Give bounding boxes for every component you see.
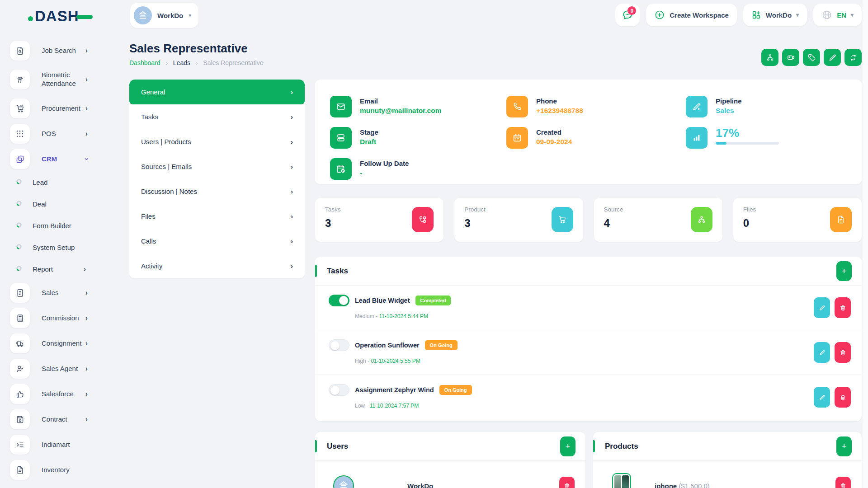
sidebar-item-indiamart[interactable]: Indiamart bbox=[0, 432, 116, 457]
add-product-button[interactable]: + bbox=[836, 436, 852, 456]
logo-dot bbox=[28, 16, 33, 21]
chevron-right-icon: › bbox=[291, 138, 293, 145]
pen-icon bbox=[686, 96, 708, 117]
chevron-right-icon: › bbox=[291, 113, 293, 121]
sidebar-item-commission[interactable]: Commission › bbox=[0, 305, 116, 331]
sidebar-subitem-lead[interactable]: Lead bbox=[0, 172, 116, 193]
task-row: Assignment Zephyr Wind On Going Low - 11… bbox=[315, 375, 862, 420]
cart-icon bbox=[10, 99, 30, 118]
language-selector[interactable]: EN ▾ bbox=[813, 4, 862, 26]
edit-task-button[interactable] bbox=[814, 342, 830, 363]
stats-row: Tasks 3 Product 3 Source 4 Files 0 bbox=[315, 198, 862, 242]
refresh-convert-button[interactable] bbox=[844, 49, 862, 66]
tab-sources-emails[interactable]: Sources | Emails› bbox=[129, 154, 305, 179]
info-phone: Phone +16239488788 bbox=[506, 96, 583, 117]
task-toggle[interactable] bbox=[329, 339, 349, 351]
bullet-icon bbox=[15, 265, 23, 274]
envelope-icon bbox=[330, 96, 352, 117]
task-row: Operation Sunflower On Going High - 01-1… bbox=[315, 330, 862, 375]
tab-calls[interactable]: Calls› bbox=[129, 229, 305, 253]
delete-task-button[interactable] bbox=[835, 387, 851, 408]
breadcrumb-dashboard[interactable]: Dashboard bbox=[129, 59, 160, 66]
tasks-section-title: Tasks bbox=[327, 267, 348, 276]
workspace-switcher[interactable]: WorkDo ▾ bbox=[743, 4, 807, 26]
products-section: Products + iphone ($1,500.0) bbox=[593, 432, 862, 488]
edit-task-button[interactable] bbox=[814, 387, 830, 408]
add-user-button[interactable]: + bbox=[560, 436, 576, 456]
sidebar-item-consignment[interactable]: Consignment › bbox=[0, 331, 116, 356]
page-title: Sales Representative bbox=[129, 42, 248, 56]
chevron-down-icon: ▾ bbox=[851, 12, 854, 18]
task-meta: Low - 11-10-2024 7:57 PM bbox=[355, 403, 419, 409]
tab-tasks[interactable]: Tasks› bbox=[129, 104, 305, 129]
users-section: Users + WorkDo bbox=[315, 432, 585, 488]
globe-icon bbox=[821, 9, 832, 20]
sidebar-item-biometric-attendance[interactable]: Biometric Attendance › bbox=[0, 63, 116, 96]
sidebar-item-sales[interactable]: Sales › bbox=[0, 280, 116, 305]
sidebar-item-procurement[interactable]: Procurement › bbox=[0, 96, 116, 121]
sidebar-item-inventory[interactable]: Inventory bbox=[0, 457, 116, 483]
chevron-right-icon: › bbox=[85, 75, 88, 84]
progress-bar bbox=[716, 142, 779, 145]
building-icon bbox=[338, 480, 349, 488]
edit-task-button[interactable] bbox=[814, 297, 830, 318]
sidebar-item-crm[interactable]: CRM › bbox=[0, 146, 116, 172]
edit-lead-button[interactable] bbox=[824, 49, 841, 66]
user-avatar bbox=[333, 475, 354, 488]
tab-discussion-notes[interactable]: Discussion | Notes› bbox=[129, 179, 305, 204]
stat-tasks: Tasks 3 bbox=[315, 198, 443, 242]
tab-files[interactable]: Files› bbox=[129, 204, 305, 229]
delete-product-button[interactable] bbox=[835, 477, 851, 488]
product-image bbox=[612, 473, 631, 488]
breadcrumb: Dashboard › Leads › Sales Representative bbox=[129, 59, 263, 66]
logo-text: DASH bbox=[35, 8, 79, 25]
sidebar-item-contract[interactable]: Contract › bbox=[0, 407, 116, 432]
app-logo[interactable]: DASH bbox=[28, 7, 93, 25]
product-price: ($1,500.0) bbox=[679, 482, 709, 488]
convert-to-deal-button[interactable] bbox=[761, 49, 778, 66]
messenger-button[interactable]: 0 bbox=[615, 4, 640, 26]
sidebar-item-pos[interactable]: POS › bbox=[0, 121, 116, 146]
stat-source: Source 4 bbox=[594, 198, 722, 242]
meeting-button[interactable] bbox=[782, 49, 799, 66]
chevron-right-icon: › bbox=[291, 212, 293, 220]
workspace-dropdown[interactable]: WorkDo ▾ bbox=[130, 3, 198, 28]
sidebar-item-job-search[interactable]: Job Search › bbox=[0, 38, 116, 63]
chevron-right-icon: › bbox=[85, 365, 88, 373]
calendar-clock-icon bbox=[330, 158, 352, 180]
delete-task-button[interactable] bbox=[835, 297, 851, 318]
info-created: Created 09-09-2024 bbox=[506, 127, 572, 149]
tab-activity[interactable]: Activity› bbox=[129, 253, 305, 278]
created-value: 09-09-2024 bbox=[536, 138, 572, 146]
sidebar-item-salesforce[interactable]: Salesforce › bbox=[0, 381, 116, 407]
sidebar-subitem-form-builder[interactable]: Form Builder bbox=[0, 215, 116, 237]
scrollbar-track[interactable] bbox=[863, 0, 868, 488]
tab-users-products[interactable]: Users | Products› bbox=[129, 129, 305, 154]
breadcrumb-leads[interactable]: Leads bbox=[173, 59, 190, 66]
task-toggle[interactable] bbox=[329, 295, 349, 306]
logo-dash bbox=[76, 15, 93, 19]
grid-plus-icon bbox=[751, 10, 761, 20]
add-task-button[interactable]: + bbox=[836, 261, 852, 281]
chevron-right-icon: › bbox=[291, 163, 293, 170]
task-toggle[interactable] bbox=[329, 384, 349, 396]
file-icon bbox=[830, 207, 852, 232]
invoice-icon bbox=[10, 283, 30, 303]
tab-general[interactable]: General› bbox=[129, 80, 305, 104]
sidebar-subitem-deal[interactable]: Deal bbox=[0, 193, 116, 215]
sidebar-subitem-report[interactable]: Report › bbox=[0, 258, 116, 280]
products-section-title: Products bbox=[605, 442, 638, 451]
language-label: EN bbox=[837, 11, 846, 19]
labels-button[interactable] bbox=[803, 49, 820, 66]
sidebar-subitem-system-setup[interactable]: System Setup bbox=[0, 237, 116, 258]
stat-product: Product 3 bbox=[454, 198, 583, 242]
chevron-right-icon: › bbox=[85, 47, 88, 55]
thumbs-up-icon bbox=[10, 384, 30, 404]
delete-task-button[interactable] bbox=[835, 342, 851, 363]
progress-percent: 17% bbox=[716, 127, 779, 139]
create-workspace-button[interactable]: Create Workspace bbox=[646, 4, 737, 26]
sidebar-item-sales-agent[interactable]: Sales Agent › bbox=[0, 356, 116, 381]
user-check-icon bbox=[10, 359, 30, 379]
delete-user-button[interactable] bbox=[559, 477, 575, 488]
workspace-name: WorkDo bbox=[157, 12, 183, 19]
